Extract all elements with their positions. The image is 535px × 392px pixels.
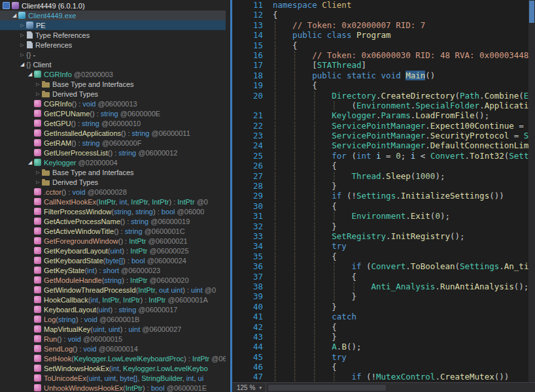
code-line[interactable]: 41┆ ┆ ┆ catch bbox=[233, 312, 528, 321]
expand-arrow-icon[interactable]: ▷ bbox=[34, 89, 42, 99]
expand-arrow-icon[interactable]: ▷ bbox=[34, 167, 42, 177]
expand-arrow-icon[interactable]: ▷ bbox=[18, 20, 26, 30]
tree-item[interactable]: ▷Base Type and Interfaces bbox=[0, 167, 226, 177]
horizontal-scrollbar-thumb[interactable] bbox=[268, 385, 386, 391]
code-line[interactable]: 47┆ ┆ ┆ ┆ if (!MutexControl.CreateMutex(… bbox=[233, 372, 528, 382]
tree-item[interactable]: GetUserProcessList() : string @06000012 bbox=[0, 148, 226, 157]
tree-item[interactable]: GetKeyboardLayout(uint) : IntPtr @060000… bbox=[0, 246, 226, 255]
code-line[interactable]: 45┆ ┆ ┆ try bbox=[233, 352, 528, 362]
tree-item[interactable]: ▷Derived Types bbox=[0, 89, 226, 99]
code-line[interactable]: 12{ bbox=[233, 10, 528, 20]
code-line[interactable]: 44┆ ┆ ┆ A.B(); bbox=[233, 342, 528, 351]
tree-item[interactable]: ▷Derived Types bbox=[0, 177, 226, 187]
tree-item[interactable]: ◢Keylogger @02000004 bbox=[0, 157, 226, 167]
code-line[interactable]: 25┆ ┆ ┆ for (int i = 0; i < Convert.ToIn… bbox=[233, 151, 528, 161]
code-line[interactable]: 22┆ ┆ ┆ ServicePointManager.Expect100Con… bbox=[233, 121, 528, 131]
code-line[interactable]: 17┆ ┆ [STAThread] bbox=[233, 60, 528, 70]
code-line[interactable]: ┆ ┆ ┆ ┆ (Environment.SpecialFolder.Appli… bbox=[233, 101, 528, 110]
code-line[interactable]: 37┆ ┆ ┆ ┆ { bbox=[233, 272, 528, 282]
tree-item[interactable]: GetActiveProcessName() : string @0600001… bbox=[0, 216, 226, 226]
tree-item[interactable]: HookCallback(int, IntPtr, IntPtr) : IntP… bbox=[0, 295, 226, 304]
tree-item[interactable]: UnhookWindowsHookEx(IntPtr) : bool @0600… bbox=[0, 383, 226, 392]
code-line[interactable]: 43┆ ┆ ┆ } bbox=[233, 332, 528, 342]
code-line[interactable]: 46┆ ┆ ┆ { bbox=[233, 362, 528, 372]
code-line[interactable]: 14┆ public class Program bbox=[233, 30, 528, 40]
collapse-arrow-icon[interactable]: ◢ bbox=[10, 10, 18, 20]
code-lines[interactable]: 11namespace Client12{13┆ // Token: 0x020… bbox=[233, 0, 528, 382]
tree-item[interactable]: GetGPU() : string @06000010 bbox=[0, 118, 226, 128]
code-line[interactable]: 16┆ ┆ // Token: 0x06000030 RID: 48 RVA: … bbox=[233, 50, 528, 60]
code-line[interactable]: 23┆ ┆ ┆ ServicePointManager.SecurityProt… bbox=[233, 131, 528, 140]
code-line[interactable]: 38┆ ┆ ┆ ┆ ┆ Anti_Analysis.RunAntiAnalysi… bbox=[233, 282, 528, 291]
tree-item[interactable]: SetWindowsHookEx(int, Keylogger.LowLevel… bbox=[0, 363, 226, 373]
tree-item[interactable]: GetForegroundWindow() : IntPtr @06000021 bbox=[0, 236, 226, 246]
code-line[interactable]: 26┆ ┆ ┆ { bbox=[233, 161, 528, 171]
tree-item[interactable]: Run() : void @06000015 bbox=[0, 334, 226, 344]
tree-item[interactable]: FilterProcessWindow(string, string) : bo… bbox=[0, 206, 226, 216]
vertical-scrollbar[interactable] bbox=[528, 0, 535, 382]
zoom-control[interactable]: 125 % ▾ bbox=[233, 383, 266, 392]
tree-item[interactable]: GetCPUName() : string @0600000E bbox=[0, 108, 226, 118]
code-line[interactable]: 30┆ ┆ ┆ { bbox=[233, 201, 528, 211]
tree-item[interactable]: .cctor() : void @06000028 bbox=[0, 187, 226, 197]
tree-item[interactable]: SetHook(Keylogger.LowLevelKeyboardProc) … bbox=[0, 353, 226, 363]
code-line[interactable]: 36┆ ┆ ┆ ┆ if (Convert.ToBoolean(Settings… bbox=[233, 261, 528, 271]
code-line[interactable]: 33┆ ┆ ┆ SetRegistry.InitRegistry(); bbox=[233, 231, 528, 241]
code-line[interactable]: 28┆ ┆ ┆ } bbox=[233, 181, 528, 191]
collapse-arrow-icon[interactable]: ◢ bbox=[18, 59, 26, 69]
tree-item[interactable]: ▷PE bbox=[0, 20, 226, 30]
code-line[interactable]: 34┆ ┆ ┆ try bbox=[233, 241, 528, 251]
line-number: 28 bbox=[233, 181, 269, 191]
tree-item[interactable]: ▷Type References bbox=[0, 30, 226, 40]
tree-item[interactable]: GetActiveWindowTitle() : string @0600001… bbox=[0, 226, 226, 236]
tree-item[interactable]: ▷{} - bbox=[0, 50, 226, 59]
collapse-arrow-icon[interactable]: ◢ bbox=[26, 157, 34, 167]
tree-item-label: GetKeyboardState(byte[]) : bool @0600002… bbox=[44, 257, 186, 265]
code-line[interactable]: 35┆ ┆ ┆ { bbox=[233, 252, 528, 261]
code-line[interactable]: 13┆ // Token: 0x02000007 RID: 7 bbox=[233, 20, 528, 30]
tree-item[interactable]: ◢{} Client bbox=[0, 59, 226, 69]
vertical-scrollbar-thumb[interactable] bbox=[529, 1, 534, 23]
tree-item[interactable]: KeyboardLayout(uint) : string @06000017 bbox=[0, 304, 226, 314]
panel-splitter[interactable] bbox=[226, 0, 233, 392]
expand-arrow-icon[interactable]: ▷ bbox=[18, 40, 26, 50]
expand-arrow-icon[interactable]: ▷ bbox=[18, 50, 26, 59]
horizontal-scrollbar[interactable] bbox=[266, 383, 535, 392]
code-line[interactable]: 21┆ ┆ ┆ Keylogger.Params.LoadFromFile(); bbox=[233, 110, 528, 120]
code-line[interactable]: 27┆ ┆ ┆ ┆ Thread.Sleep(1000); bbox=[233, 171, 528, 181]
code-line[interactable]: 19┆ ┆ { bbox=[233, 80, 528, 90]
tree-item[interactable]: CGRInfo() : void @06000013 bbox=[0, 99, 226, 108]
code-line[interactable]: 32┆ ┆ ┆ } bbox=[233, 221, 528, 231]
tree-item[interactable]: GetKeyboardState(byte[]) : bool @0600002… bbox=[0, 255, 226, 265]
tree-item[interactable]: SendLog() : void @06000014 bbox=[0, 344, 226, 353]
tree-item[interactable]: GetModuleHandle(string) : IntPtr @060000… bbox=[0, 275, 226, 285]
code-line[interactable]: 29┆ ┆ ┆ if (!Settings.InitializeSettings… bbox=[233, 191, 528, 201]
expand-arrow-icon[interactable]: ▷ bbox=[18, 30, 26, 40]
code-line[interactable]: 15┆ { bbox=[233, 41, 528, 50]
code-line[interactable]: 42┆ ┆ ┆ { bbox=[233, 322, 528, 332]
tree-item[interactable]: GetKeyState(int) : short @06000023 bbox=[0, 265, 226, 275]
code-line[interactable]: 24┆ ┆ ┆ ServicePointManager.DefaultConne… bbox=[233, 140, 528, 150]
code-line[interactable]: 40┆ ┆ ┆ } bbox=[233, 302, 528, 312]
code-line[interactable]: 18┆ ┆ public static void Main() bbox=[233, 71, 528, 80]
tree-item[interactable]: GetWindowThreadProcessId(IntPtr, out uin… bbox=[0, 285, 226, 295]
tree-item[interactable]: GetRAM() : string @0600000F bbox=[0, 138, 226, 148]
tree-item[interactable]: ▷Base Type and Interfaces bbox=[0, 79, 226, 89]
expand-arrow-icon[interactable]: ▷ bbox=[34, 177, 42, 187]
expand-arrow-icon[interactable]: ▷ bbox=[34, 79, 42, 89]
tree-item[interactable]: CallNextHookEx(IntPtr, int, IntPtr, IntP… bbox=[0, 197, 226, 206]
tree-item[interactable]: ToUnicodeEx(uint, uint, byte[], StringBu… bbox=[0, 373, 226, 383]
tree-item[interactable]: Client4449 (6.0.1.0) bbox=[0, 1, 226, 10]
code-line[interactable]: 31┆ ┆ ┆ ┆ Environment.Exit(0); bbox=[233, 211, 528, 221]
tree-item[interactable]: ◢CGRInfo @02000003 bbox=[0, 69, 226, 79]
collapse-arrow-icon[interactable]: ◢ bbox=[26, 69, 34, 79]
zoom-dropdown-icon[interactable]: ▾ bbox=[259, 385, 262, 391]
tree-item[interactable]: GetInstalledApplications() : string @060… bbox=[0, 128, 226, 138]
tree-item[interactable]: Log(string) : void @0600001B bbox=[0, 314, 226, 324]
code-line[interactable]: 20┆ ┆ ┆ Directory.CreateDirectory(Path.C… bbox=[233, 91, 528, 101]
code-line[interactable]: 11namespace Client bbox=[233, 0, 528, 10]
tree-item[interactable]: ▷References bbox=[0, 40, 226, 50]
code-line[interactable]: 39┆ ┆ ┆ ┆ } bbox=[233, 291, 528, 301]
tree-item[interactable]: MapVirtualKey(uint, uint) : uint @060000… bbox=[0, 324, 226, 334]
tree-item[interactable]: ◢Client4449.exe bbox=[0, 10, 226, 20]
